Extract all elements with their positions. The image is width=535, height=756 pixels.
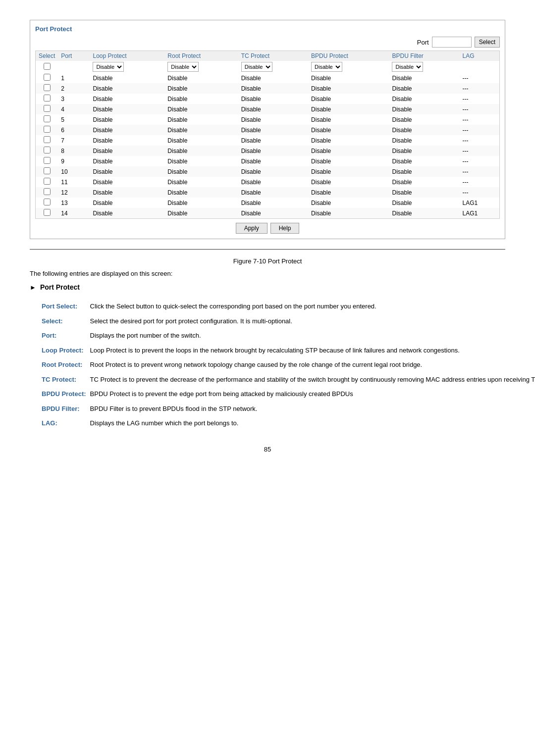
- filter-bpdu-filter-select[interactable]: Disable Enable: [392, 62, 423, 72]
- col-header-port: Port: [58, 51, 90, 61]
- row-lag: ---: [459, 156, 499, 166]
- row-bpdu-protect: Disable: [308, 146, 389, 156]
- row-bpdu-protect: Disable: [308, 135, 389, 146]
- table-row: 11 Disable Disable Disable Disable Disab…: [36, 177, 499, 187]
- row-bpdu-protect: Disable: [308, 177, 389, 187]
- desc-text: Root Protect is to prevent wrong network…: [88, 357, 535, 372]
- description-row: Port: Displays the port number of the sw…: [40, 328, 535, 343]
- row-loop-protect: Disable: [90, 156, 164, 166]
- table-row: 14 Disable Disable Disable Disable Disab…: [36, 208, 499, 218]
- apply-button[interactable]: Apply: [236, 223, 268, 234]
- row-checkbox[interactable]: [44, 74, 51, 81]
- row-checkbox[interactable]: [44, 147, 51, 153]
- row-bpdu-protect: Disable: [308, 114, 389, 125]
- select-all-checkbox[interactable]: [44, 63, 51, 70]
- desc-text: BPDU Filter is to prevent BPDUs flood in…: [88, 402, 535, 416]
- table-header-row: Select Port Loop Protect Root Protect TC…: [36, 51, 499, 61]
- table-row: 4 Disable Disable Disable Disable Disabl…: [36, 104, 499, 114]
- row-loop-protect: Disable: [90, 166, 164, 177]
- col-header-select: Select: [36, 51, 58, 61]
- row-checkbox[interactable]: [44, 178, 51, 185]
- row-checkbox-cell: [36, 166, 58, 177]
- row-checkbox[interactable]: [44, 188, 51, 195]
- row-lag: ---: [459, 73, 499, 83]
- desc-label: BPDU Filter:: [40, 402, 88, 416]
- table-row: 1 Disable Disable Disable Disable Disabl…: [36, 73, 499, 83]
- row-checkbox[interactable]: [44, 167, 51, 174]
- row-lag: LAG1: [459, 198, 499, 208]
- desc-text: Click the Select button to quick-select …: [88, 299, 535, 314]
- row-checkbox[interactable]: [44, 126, 51, 133]
- filter-bpdu-protect-select[interactable]: Disable Enable: [311, 62, 342, 72]
- table-row: 15 Disable Disable Disable Disable Disab…: [36, 218, 499, 219]
- row-root-protect: Disable: [164, 146, 238, 156]
- row-checkbox-cell: [36, 135, 58, 146]
- row-bpdu-protect: Disable: [308, 198, 389, 208]
- row-tc-protect: Disable: [238, 156, 308, 166]
- row-tc-protect: Disable: [238, 187, 308, 198]
- table-row: 13 Disable Disable Disable Disable Disab…: [36, 198, 499, 208]
- desc-text: Displays the LAG number which the port b…: [88, 416, 535, 431]
- row-port: 13: [58, 198, 90, 208]
- row-bpdu-filter: Disable: [389, 135, 459, 146]
- row-checkbox[interactable]: [44, 95, 51, 101]
- row-loop-protect: Disable: [90, 135, 164, 146]
- row-checkbox-cell: [36, 104, 58, 114]
- select-button[interactable]: Select: [475, 37, 500, 48]
- filter-lag-cell: [459, 61, 499, 73]
- row-loop-protect: Disable: [90, 104, 164, 114]
- row-checkbox[interactable]: [44, 136, 51, 143]
- row-root-protect: Disable: [164, 166, 238, 177]
- row-checkbox-cell: [36, 218, 58, 219]
- row-loop-protect: Disable: [90, 177, 164, 187]
- row-checkbox[interactable]: [44, 199, 51, 205]
- desc-text: Displays the port number of the switch.: [88, 328, 535, 343]
- col-header-lag: LAG: [459, 51, 499, 61]
- row-checkbox[interactable]: [44, 209, 51, 216]
- row-tc-protect: Disable: [238, 104, 308, 114]
- filter-tc-protect-select[interactable]: Disable Enable: [241, 62, 272, 72]
- row-checkbox[interactable]: [44, 105, 51, 112]
- row-root-protect: Disable: [164, 177, 238, 187]
- row-tc-protect: Disable: [238, 208, 308, 218]
- row-bpdu-filter: Disable: [389, 125, 459, 135]
- row-checkbox[interactable]: [44, 84, 51, 91]
- port-protect-panel: Port Protect Port Select Select Port Loo…: [30, 20, 505, 239]
- row-checkbox-cell: [36, 114, 58, 125]
- row-lag: ---: [459, 135, 499, 146]
- row-port: 5: [58, 114, 90, 125]
- port-label: Port: [417, 39, 429, 46]
- description-row: Loop Protect: Loop Protect is to prevent…: [40, 343, 535, 358]
- col-header-loop-protect: Loop Protect: [90, 51, 164, 61]
- help-button[interactable]: Help: [270, 223, 300, 234]
- row-bpdu-filter: Disable: [389, 218, 459, 219]
- row-tc-protect: Disable: [238, 83, 308, 94]
- port-input[interactable]: [432, 37, 472, 48]
- filter-port-cell: [58, 61, 90, 73]
- row-tc-protect: Disable: [238, 135, 308, 146]
- row-checkbox-cell: [36, 187, 58, 198]
- row-port: 14: [58, 208, 90, 218]
- row-lag: LAG1: [459, 218, 499, 219]
- row-checkbox[interactable]: [44, 115, 51, 122]
- row-bpdu-filter: Disable: [389, 104, 459, 114]
- row-port: 9: [58, 156, 90, 166]
- port-protect-table: Select Port Loop Protect Root Protect TC…: [36, 51, 499, 219]
- desc-label: Select:: [40, 314, 88, 329]
- row-tc-protect: Disable: [238, 177, 308, 187]
- filter-loop-protect-select[interactable]: Disable Enable: [93, 62, 124, 72]
- description-row: BPDU Filter: BPDU Filter is to prevent B…: [40, 402, 535, 416]
- desc-label: Port:: [40, 328, 88, 343]
- row-checkbox-cell: [36, 156, 58, 166]
- row-lag: ---: [459, 177, 499, 187]
- row-tc-protect: Disable: [238, 146, 308, 156]
- row-bpdu-protect: Disable: [308, 218, 389, 219]
- row-checkbox[interactable]: [44, 157, 51, 164]
- row-lag: ---: [459, 125, 499, 135]
- row-root-protect: Disable: [164, 187, 238, 198]
- description-row: Select: Select the desired port for port…: [40, 314, 535, 329]
- filter-root-protect-select[interactable]: Disable Enable: [167, 62, 199, 72]
- page-number: 85: [30, 446, 505, 453]
- table-row: 12 Disable Disable Disable Disable Disab…: [36, 187, 499, 198]
- row-bpdu-filter: Disable: [389, 114, 459, 125]
